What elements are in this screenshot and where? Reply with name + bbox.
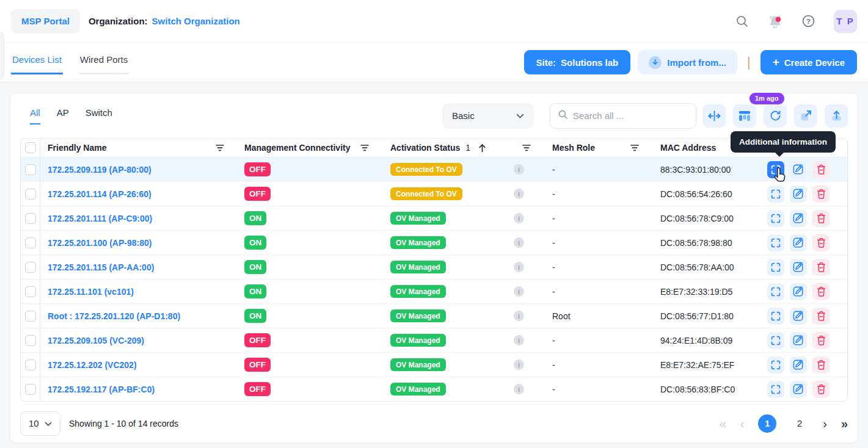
- delete-device-icon[interactable]: [812, 308, 830, 325]
- info-icon[interactable]: i: [514, 262, 524, 272]
- tab-wired-ports[interactable]: Wired Ports: [79, 54, 129, 74]
- info-icon[interactable]: i: [514, 213, 524, 223]
- edit-device-icon[interactable]: [790, 356, 807, 374]
- next-page-button[interactable]: ›: [823, 417, 827, 430]
- edit-device-icon[interactable]: [790, 308, 807, 325]
- delete-device-icon[interactable]: [812, 332, 830, 349]
- table-row: 172.25.209.119 (AP-80:00) OFF Connected …: [21, 157, 847, 181]
- additional-info-button[interactable]: [767, 283, 784, 300]
- create-device-button[interactable]: + Create Device: [760, 50, 857, 74]
- tab-switch[interactable]: Switch: [86, 107, 112, 125]
- tab-all[interactable]: All: [30, 107, 40, 125]
- info-icon[interactable]: i: [514, 286, 524, 297]
- delete-device-icon[interactable]: [812, 234, 830, 251]
- help-icon[interactable]: ?: [801, 14, 815, 28]
- device-name-link[interactable]: 172.25.12.202 (VC202): [48, 360, 137, 370]
- row-checkbox[interactable]: [25, 335, 36, 346]
- delete-device-icon[interactable]: [812, 259, 830, 276]
- info-icon[interactable]: i: [514, 237, 524, 248]
- additional-info-button[interactable]: [767, 356, 784, 374]
- edit-device-icon[interactable]: [790, 186, 807, 203]
- row-checkbox[interactable]: [25, 164, 36, 175]
- filter-icon[interactable]: [213, 142, 227, 154]
- refresh-icon[interactable]: [764, 104, 787, 128]
- notifications-bell-icon[interactable]: [767, 13, 783, 29]
- last-page-button[interactable]: »: [841, 417, 848, 430]
- row-checkbox[interactable]: [25, 311, 36, 322]
- previous-page-button[interactable]: ‹: [740, 417, 745, 430]
- device-name-link[interactable]: 172.25.201.114 (AP-26:60): [48, 189, 151, 199]
- import-from-button[interactable]: Import from...: [638, 50, 737, 74]
- edit-device-icon[interactable]: [790, 332, 807, 349]
- first-page-button[interactable]: «: [719, 417, 726, 430]
- edit-device-icon[interactable]: [790, 234, 807, 251]
- device-name-link[interactable]: 172.25.209.105 (VC-209): [48, 336, 144, 345]
- page-size-select[interactable]: 10: [20, 411, 60, 436]
- device-name-link[interactable]: 172.25.209.119 (AP-80:00): [48, 165, 151, 175]
- edit-device-icon[interactable]: [790, 283, 807, 300]
- tab-ap[interactable]: AP: [57, 107, 69, 125]
- additional-info-button[interactable]: [767, 332, 784, 349]
- select-all-checkbox[interactable]: [25, 142, 36, 153]
- additional-info-button[interactable]: [767, 259, 784, 276]
- additional-info-button[interactable]: [767, 186, 784, 203]
- user-avatar[interactable]: T P: [834, 10, 857, 33]
- device-name-link[interactable]: 172.25.201.111 (AP-C9:00): [48, 214, 152, 223]
- open-external-icon[interactable]: [794, 104, 817, 128]
- filter-icon[interactable]: [358, 142, 371, 154]
- filter-icon[interactable]: [520, 142, 533, 154]
- delete-device-icon[interactable]: [812, 283, 830, 300]
- row-checkbox[interactable]: [25, 213, 36, 224]
- info-icon[interactable]: i: [514, 311, 524, 321]
- device-name-link[interactable]: 172.25.201.115 (AP-AA:00): [48, 262, 154, 272]
- page-1-button[interactable]: 1: [758, 414, 776, 433]
- edit-device-icon[interactable]: [790, 259, 807, 276]
- filter-icon[interactable]: [628, 142, 641, 154]
- edit-device-icon[interactable]: [790, 381, 807, 398]
- delete-device-icon[interactable]: [812, 161, 830, 178]
- info-icon[interactable]: i: [514, 359, 524, 370]
- management-status-badge: ON: [244, 309, 266, 323]
- organization-name-link[interactable]: Switch Organization: [152, 16, 240, 26]
- search-input[interactable]: [573, 110, 688, 121]
- delete-device-icon[interactable]: [812, 186, 830, 203]
- tab-devices-list[interactable]: Devices List: [11, 54, 63, 74]
- row-checkbox[interactable]: [25, 286, 36, 297]
- additional-info-button[interactable]: [767, 381, 784, 398]
- sort-ascending-icon[interactable]: [476, 141, 489, 155]
- delete-device-icon[interactable]: [812, 381, 830, 398]
- row-checkbox[interactable]: [25, 384, 36, 395]
- info-icon[interactable]: i: [514, 164, 524, 175]
- delete-device-icon[interactable]: [812, 210, 830, 227]
- row-checkbox[interactable]: [25, 189, 36, 200]
- mesh-role-value: -: [552, 385, 555, 394]
- columns-icon[interactable]: [733, 104, 756, 128]
- additional-info-button[interactable]: [767, 234, 784, 251]
- info-icon[interactable]: i: [514, 384, 524, 394]
- edit-device-icon[interactable]: [790, 161, 807, 178]
- row-checkbox[interactable]: [25, 237, 36, 248]
- view-mode-select[interactable]: Basic: [442, 103, 534, 129]
- column-width-icon[interactable]: [702, 104, 726, 128]
- search-icon[interactable]: [735, 15, 749, 28]
- sidebar-edge[interactable]: [0, 32, 4, 79]
- device-name-link[interactable]: 172.25.201.100 (AP-98:80): [48, 238, 151, 248]
- device-name-link[interactable]: 172.25.11.101 (vc101): [48, 287, 134, 297]
- info-icon[interactable]: i: [514, 189, 524, 199]
- site-selector-button[interactable]: Site: Solutions lab: [524, 50, 631, 74]
- msp-portal-button[interactable]: MSP Portal: [11, 9, 80, 33]
- additional-info-button[interactable]: [767, 161, 784, 178]
- activation-status-badge: OV Managed: [390, 358, 446, 371]
- edit-device-icon[interactable]: [790, 210, 807, 227]
- management-status-badge: ON: [244, 211, 266, 225]
- additional-info-button[interactable]: [767, 308, 784, 325]
- page-2-button[interactable]: 2: [790, 414, 809, 433]
- additional-info-button[interactable]: [767, 210, 784, 227]
- info-icon[interactable]: i: [514, 335, 524, 345]
- row-checkbox[interactable]: [25, 262, 36, 273]
- row-checkbox[interactable]: [25, 359, 36, 370]
- export-upload-icon[interactable]: [825, 104, 848, 128]
- device-name-link[interactable]: Root : 172.25.201.120 (AP-D1:80): [48, 311, 180, 321]
- delete-device-icon[interactable]: [812, 356, 830, 374]
- device-name-link[interactable]: 172.25.192.117 (AP-BF:C0): [48, 385, 155, 394]
